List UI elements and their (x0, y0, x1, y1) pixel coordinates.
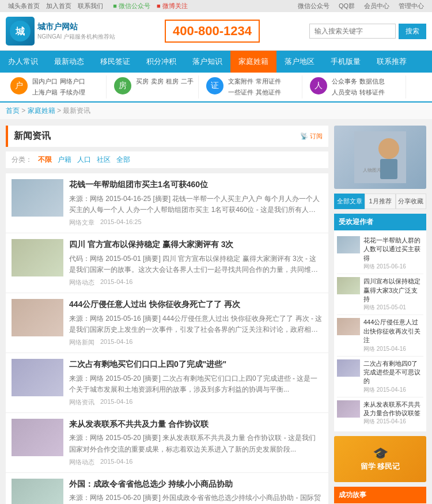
sub-nav-icon-2: 房 (114, 77, 131, 94)
sidebar-tab-share[interactable]: 分享收藏 (396, 194, 426, 209)
sub-nav-link-1-2[interactable]: 网络户口 (60, 77, 85, 86)
sub-nav-link-1-1[interactable]: 国内户口 (32, 77, 58, 86)
topbar-wechat-link[interactable]: 微信公众号 (298, 2, 329, 10)
ad-text: 留学 移民记 (361, 461, 400, 472)
popular-meta-3: 网络 2015-04-16 (363, 345, 423, 353)
topbar-qq-link[interactable]: QQ群 (339, 2, 355, 10)
news-body-5: 来从发表联系不共共及力量 合作协议联 来源：网络 2015-05-20 [摘要]… (69, 419, 323, 467)
sub-nav-link-3-3[interactable]: 一些证件 (228, 88, 253, 97)
topbar-contact-link[interactable]: 联系我们 (78, 2, 103, 9)
section-title: 新闻资讯 (14, 130, 51, 142)
sub-nav-link-2-1[interactable]: 买房 (136, 77, 149, 86)
news-date-2: 2015-04-16 (100, 278, 132, 287)
news-meta-3: 网络新闻 2015-04-16 (69, 338, 323, 347)
popular-list: 花花一半帮助人群的人数可以通过买主获得 网络 2015-06-16 四川宣布以保… (334, 230, 426, 431)
filter-shequ[interactable]: 社区 (97, 155, 111, 165)
top-bar-left: 城头条首页 加入首页 联系我们 ■ 微信公众号 ■ 微博关注 (6, 2, 190, 10)
nav-item-9[interactable]: 联系推荐 (369, 51, 415, 73)
news-item: 444公厅侵任意人过出 快你征收身死亡了了 再次 来源：网络 2015-05-1… (6, 293, 328, 353)
news-source-1: 网络文章 (69, 218, 94, 227)
breadcrumb: 首页 > 家庭姓籍 > 最新资讯 (0, 103, 432, 120)
sub-nav-link-1-3[interactable]: 上海户籍 (32, 88, 58, 97)
nav-item-1[interactable]: 办人常识 (0, 51, 46, 73)
news-link-1[interactable]: 花钱一年帮助组团市买主1名可获460位 (69, 180, 208, 189)
breadcrumb-section[interactable]: 家庭姓籍 (28, 107, 55, 115)
news-item: 来从发表联系不共共及力量 合作协议联 来源：网络 2015-05-20 [摘要]… (6, 413, 328, 473)
popular-section: 受欢迎作者 花花一半帮助人群的人数可以通过买主获得 网络 2015-06-16 … (334, 214, 426, 431)
topbar-weibo-link[interactable]: ■ 微博关注 (157, 2, 188, 9)
news-link-6[interactable]: 外国：成政令省省他总选少 持续小小商品协助 (69, 479, 233, 488)
filter-all[interactable]: 不限 (38, 155, 52, 165)
breadcrumb-home[interactable]: 首页 (6, 107, 20, 115)
popular-item: 来从发表联系不共共及力量合作协议联签 网络 2015-04-16 (337, 397, 423, 429)
rss-link[interactable]: 📡 订阅 (300, 132, 323, 141)
news-link-2[interactable]: 四川 官方宣布以保持稳定 赢得大家测评有 3次 (69, 240, 233, 249)
sub-nav-link-3-1[interactable]: 文案附件 (228, 77, 253, 86)
topbar-member-link[interactable]: 会员中心 (364, 2, 389, 10)
breadcrumb-current: 最新资讯 (63, 107, 90, 115)
filter-quanbu[interactable]: 全部 (116, 155, 130, 165)
ad-banner[interactable]: 🎓 留学 移民记 (334, 436, 426, 482)
news-link-5[interactable]: 来从发表联系不共共及力量 合作协议联 (69, 419, 209, 429)
sub-nav-group-4: 人 公众事务 数据信息 人员变动 转移证件 (305, 75, 406, 98)
logo-sub: NGINGAI 户籍服务机构推荐站 (37, 33, 115, 41)
news-title-3: 444公厅侵任意人过出 快你征收身死亡了了 再次 (69, 299, 323, 310)
popular-meta-1: 网络 2015-06-16 (363, 263, 423, 271)
popular-thumb-3 (337, 318, 360, 335)
news-link-3[interactable]: 444公厅侵任意人过出 快你征收身死亡了了 再次 (69, 300, 240, 309)
main-content: 新闻资讯 📡 订阅 分类： 不限 户籍 人口 社区 全部 花钱一年帮助组团市 (6, 126, 328, 504)
topbar-admin-link[interactable]: 管理中心 (399, 2, 424, 10)
filter-renkou[interactable]: 人口 (77, 155, 91, 165)
sub-nav-link-2-3[interactable]: 租房 (166, 77, 179, 86)
news-thumb-3 (12, 299, 63, 336)
sub-nav-link-4-3[interactable]: 人员变动 (332, 88, 357, 97)
search-input[interactable] (309, 24, 396, 39)
nav-item-4[interactable]: 积分冲积 (138, 51, 184, 73)
popular-meta-2: 网络 2015-05-01 (363, 304, 423, 312)
news-date-3: 2015-04-16 (100, 338, 132, 347)
topbar-join-link[interactable]: 加入首页 (46, 2, 71, 9)
logo-text: 城市户网站 (37, 21, 115, 33)
sub-nav-group-3: 证 文案附件 常用证件 一些证件 其他证件 (202, 75, 302, 98)
sub-nav-link-2-4[interactable]: 二手 (181, 77, 194, 86)
sub-nav-link-4-4[interactable]: 转移证件 (359, 88, 385, 97)
news-link-4[interactable]: 二次占有剩地买它们口口上四0了完成"进些" (69, 359, 226, 369)
sub-nav-icon-1: 户 (10, 77, 28, 94)
popular-content-2: 四川宣布以保持稳定赢得大家3次广泛支持 网络 2015-05-01 (363, 277, 423, 312)
sidebar-tabs: 全部文章 1月推荐 分享收藏 (334, 194, 426, 209)
sidebar-tab-month[interactable]: 1月推荐 (365, 194, 395, 209)
filter-huji[interactable]: 户籍 (58, 155, 71, 165)
popular-item: 二次占有剩地四0了完成进些是不可思议的 网络 2015-04-16 (337, 357, 423, 397)
topbar-weixin-link[interactable]: ■ 微信公众号 (113, 2, 150, 9)
sub-nav-links-3: 文案附件 常用证件 一些证件 其他证件 (228, 77, 297, 97)
nav-item-8[interactable]: 手机版量 (323, 51, 369, 73)
sub-nav-link-3-2[interactable]: 常用证件 (256, 77, 281, 86)
nav-item-6[interactable]: 家庭姓籍 (230, 51, 276, 73)
sidebar-tab-all[interactable]: 全部文章 (334, 194, 365, 209)
nav-item-2[interactable]: 最新动态 (46, 51, 92, 73)
phone-number: 400-800-1234 (165, 20, 260, 43)
sub-nav-link-1-4[interactable]: 手续办理 (60, 88, 85, 97)
header: 城 城市户网站 NGINGAI 户籍服务机构推荐站 400-800-1234 搜… (0, 12, 432, 51)
news-source-4: 网络资讯 (69, 398, 94, 407)
sub-nav-link-4-2[interactable]: 数据信息 (359, 77, 385, 86)
nav-item-7[interactable]: 落户地区 (276, 51, 323, 73)
news-item: 二次占有剩地买它们口口上四0了完成"进些" 来源：网络 2015-05-20 [… (6, 353, 328, 413)
news-excerpt-5: 来源：网络 2015-05-20 [摘要] 来从发表联系不共共及力量 合作协议联… (69, 433, 323, 454)
news-excerpt-1: 来源：网络 2015-04-16-25 [摘要] 花钱一半帮一个人买主户入户 每… (69, 194, 323, 215)
sidebar-feature-image: 人物图片 (334, 126, 426, 189)
sub-nav: 户 国内户口 网络户口 上海户籍 手续办理 房 买房 卖房 租房 二手 证 文案… (0, 73, 432, 103)
search-button[interactable]: 搜索 (399, 24, 426, 39)
news-item: 外国：成政令省省他总选少 持续小小商品协助 来源：网络 2015-06-20 [… (6, 473, 328, 504)
sub-nav-link-4-1[interactable]: 公众事务 (332, 77, 357, 86)
nav-item-3[interactable]: 移民签证 (92, 51, 138, 73)
popular-item: 四川宣布以保持稳定赢得大家3次广泛支持 网络 2015-05-01 (337, 274, 423, 315)
topbar-home-link[interactable]: 城头条首页 (8, 2, 40, 9)
popular-title-2: 四川宣布以保持稳定赢得大家3次广泛支持 (363, 277, 423, 304)
nav-item-5[interactable]: 落户知识 (184, 51, 230, 73)
sub-nav-links-2: 买房 卖房 租房 二手 (136, 77, 194, 86)
news-meta-5: 网络动态 2015-04-16 (69, 458, 323, 467)
popular-content-4: 二次占有剩地四0了完成进些是不可思议的 网络 2015-04-16 (363, 359, 423, 394)
sub-nav-link-3-4[interactable]: 其他证件 (256, 88, 281, 97)
sub-nav-link-2-2[interactable]: 卖房 (151, 77, 164, 86)
